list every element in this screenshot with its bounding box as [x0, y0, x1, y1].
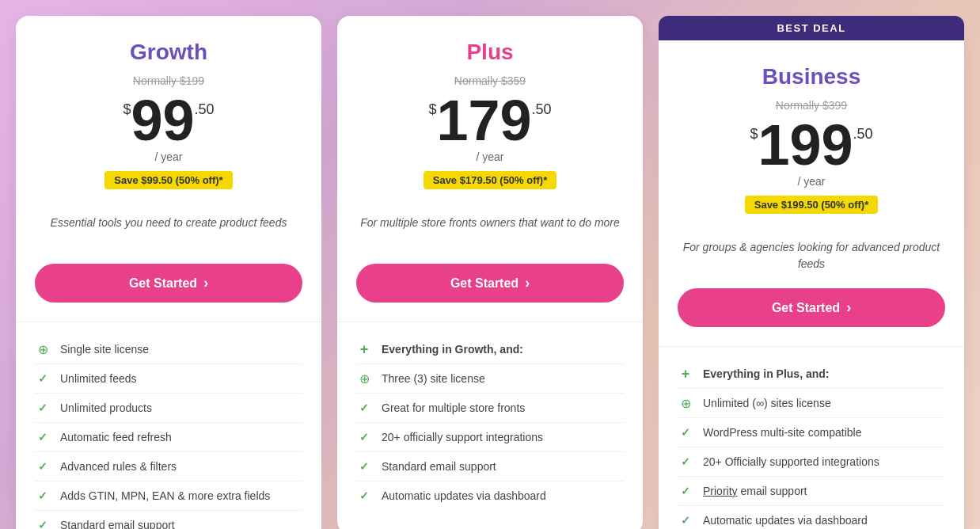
feature-list-growth: ⊕Single site license✓Unlimited feeds✓Unl…	[35, 335, 302, 529]
plan-name-business: Business	[678, 64, 945, 89]
feature-text: WordPress multi-site compatible	[703, 426, 861, 439]
btn-label-plus: Get Started	[450, 276, 518, 291]
feature-text: Unlimited products	[60, 402, 152, 414]
feature-item: ✓Priority email support	[678, 477, 945, 506]
feature-item: ✓WordPress multi-site compatible	[678, 418, 945, 447]
feature-text: 20+ officially support integrations	[382, 431, 543, 443]
check-icon: ✓	[678, 512, 693, 528]
divider-growth	[16, 322, 321, 322]
plan-description-business: For groups & agencies looking for advanc…	[678, 239, 945, 272]
feature-text: Standard email support	[382, 460, 496, 473]
plan-description-plus: For multiple store fronts owners that wa…	[356, 215, 624, 248]
feature-item: ✓Automatic feed refresh	[35, 423, 302, 452]
price-cents-plus: 50	[536, 101, 552, 118]
globe-icon: ⊕	[35, 341, 51, 357]
plus-icon: +	[678, 366, 693, 382]
check-icon: ✓	[35, 488, 51, 504]
btn-arrow-plus: ›	[525, 275, 530, 291]
price-row-plus: $179 . 50	[356, 92, 624, 149]
price-row-business: $199 . 50	[678, 116, 945, 173]
check-icon: ✓	[35, 400, 51, 416]
feature-text: Everything in Growth, and:	[382, 343, 523, 356]
normally-price-business: Normally $399	[678, 99, 945, 112]
btn-arrow-growth: ›	[203, 275, 208, 291]
price-period-growth: / year	[35, 150, 302, 163]
feature-text: Unlimited feeds	[60, 372, 137, 385]
btn-label-business: Get Started	[772, 301, 840, 315]
feature-item: ✓Unlimited feeds	[35, 364, 302, 394]
check-icon: ✓	[35, 517, 51, 529]
globe-icon: ⊕	[356, 371, 372, 386]
check-icon: ✓	[356, 400, 372, 416]
get-started-btn-growth[interactable]: Get Started›	[35, 264, 302, 303]
pricing-card-business: BusinessNormally $399$199 . 50/ yearSave…	[659, 40, 964, 529]
feature-text: Automatic updates via dashboard	[382, 489, 546, 502]
check-icon: ✓	[356, 459, 372, 474]
feature-item: ✓Standard email support	[35, 511, 302, 529]
card-wrapper-plus: PlusNormally $359$179 . 50/ yearSave $17…	[337, 16, 643, 529]
globe-icon: ⊕	[678, 395, 693, 411]
feature-item: ✓Unlimited products	[35, 394, 302, 423]
card-wrapper-growth: GrowthNormally $199$99 . 50/ yearSave $9…	[16, 16, 321, 529]
plan-name-plus: Plus	[356, 40, 624, 65]
feature-list-plus: +Everything in Growth, and:⊕Three (3) si…	[356, 335, 624, 510]
feature-text: Standard email support	[60, 519, 175, 529]
card-wrapper-business: BEST DEALBusinessNormally $399$199 . 50/…	[659, 16, 964, 529]
savings-wrapper-growth: Save $99.50 (50% off)*	[35, 171, 302, 202]
feature-item: ⊕Single site license	[35, 335, 302, 364]
savings-badge-growth: Save $99.50 (50% off)*	[104, 171, 232, 189]
feature-text: Automatic feed refresh	[60, 431, 172, 443]
price-cents-growth: 50	[199, 101, 215, 118]
price-main-plus: 179	[436, 92, 531, 149]
normally-price-growth: Normally $199	[35, 74, 302, 87]
get-started-btn-business[interactable]: Get Started›	[678, 288, 945, 327]
feature-item: ✓Standard email support	[356, 452, 624, 481]
feature-text: Three (3) site license	[382, 372, 485, 385]
check-icon: ✓	[678, 483, 693, 499]
check-icon: ✓	[35, 371, 51, 386]
best-deal-banner: BEST DEAL	[659, 16, 964, 40]
plan-name-growth: Growth	[35, 40, 302, 65]
plus-icon: +	[356, 341, 372, 357]
normally-price-plus: Normally $359	[356, 74, 624, 87]
savings-wrapper-plus: Save $179.50 (50% off)*	[356, 171, 624, 202]
feature-item: ⊕Unlimited (∞) sites license	[678, 389, 945, 418]
feature-item: ✓Automatic updates via dashboard	[678, 506, 945, 529]
feature-item: ✓Automatic updates via dashboard	[356, 481, 624, 510]
priority-underline: Priority	[703, 485, 738, 497]
check-icon: ✓	[678, 454, 693, 470]
feature-text: Advanced rules & filters	[60, 460, 177, 473]
pricing-card-plus: PlusNormally $359$179 . 50/ yearSave $17…	[337, 16, 643, 529]
divider-plus	[337, 322, 643, 322]
price-main-business: 199	[758, 116, 853, 173]
plan-description-growth: Essential tools you need to create produ…	[35, 215, 302, 248]
feature-text: Great for multiple store fronts	[382, 402, 525, 414]
feature-text: Single site license	[60, 343, 149, 356]
divider-business	[659, 346, 964, 347]
feature-item: ✓20+ officially support integrations	[356, 423, 624, 452]
savings-badge-plus: Save $179.50 (50% off)*	[424, 171, 557, 189]
pricing-container: GrowthNormally $199$99 . 50/ yearSave $9…	[16, 16, 964, 529]
price-period-business: / year	[678, 175, 945, 188]
check-icon: ✓	[35, 459, 51, 474]
feature-item: ✓Advanced rules & filters	[35, 452, 302, 481]
feature-text: Unlimited (∞) sites license	[703, 397, 831, 409]
price-dollar-business: $	[750, 126, 758, 143]
savings-badge-business: Save $199.50 (50% off)*	[745, 196, 879, 214]
price-cents-business: 50	[857, 126, 873, 143]
feature-item: +Everything in Plus, and:	[678, 360, 945, 389]
feature-text: 20+ Officially supported integrations	[703, 455, 879, 468]
check-icon: ✓	[678, 424, 693, 440]
feature-item: ✓Great for multiple store fronts	[356, 394, 624, 423]
feature-text: Automatic updates via dashboard	[703, 514, 868, 527]
feature-item: ✓Adds GTIN, MPN, EAN & more extra fields	[35, 481, 302, 511]
feature-text: Adds GTIN, MPN, EAN & more extra fields	[60, 489, 270, 502]
get-started-btn-plus[interactable]: Get Started›	[356, 264, 624, 303]
check-icon: ✓	[35, 429, 51, 445]
price-dollar-growth: $	[123, 101, 131, 118]
price-main-growth: 99	[131, 92, 194, 149]
btn-label-growth: Get Started	[129, 276, 197, 291]
btn-arrow-business: ›	[846, 299, 851, 316]
pricing-card-growth: GrowthNormally $199$99 . 50/ yearSave $9…	[16, 16, 321, 529]
feature-item: ⊕Three (3) site license	[356, 364, 624, 394]
